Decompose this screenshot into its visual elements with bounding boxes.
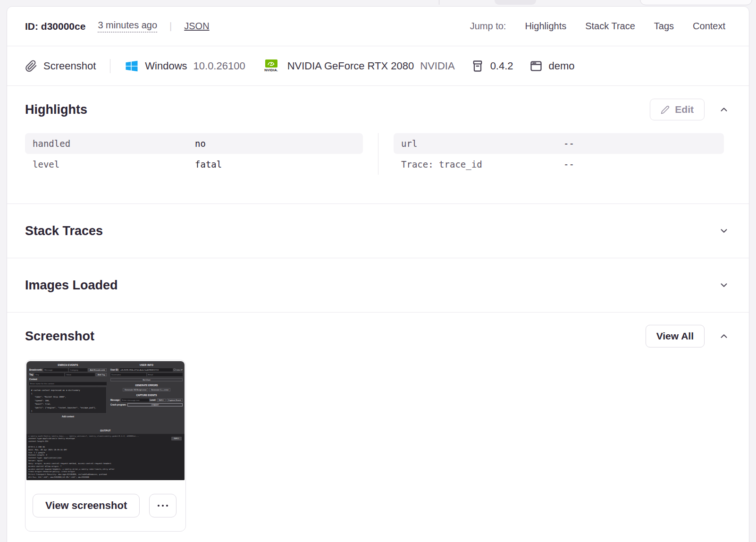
context-separator xyxy=(110,59,110,73)
archive-box-icon xyxy=(471,59,484,73)
jump-to-label: Jump to: xyxy=(470,21,506,32)
release-version: 0.4.2 xyxy=(490,60,513,72)
highlights-title: Highlights xyxy=(25,102,87,117)
screenshot-title: Screenshot xyxy=(25,329,94,344)
highlight-row-url: url -- xyxy=(394,133,724,154)
event-detail-card: ID: d30000ce 3 minutes ago | JSON Jump t… xyxy=(7,6,749,542)
jump-to-nav: Jump to: Highlights Stack Trace Tags Con… xyxy=(470,21,725,32)
chevron-down-icon xyxy=(719,280,729,290)
json-link[interactable]: JSON xyxy=(184,21,209,32)
images-loaded-title: Images Loaded xyxy=(25,278,118,293)
highlight-row-handled: handled no xyxy=(25,133,363,154)
expand-stack-traces-button[interactable] xyxy=(717,224,731,238)
view-screenshot-button[interactable]: View screenshot xyxy=(33,494,140,517)
highlight-row-trace-id: Trace: trace_id -- xyxy=(394,154,724,175)
gpu-name: NVIDIA GeForce RTX 2080 xyxy=(287,60,414,72)
browser-window-icon xyxy=(529,59,543,73)
highlights-section: Highlights Edit handled xyxy=(7,86,749,204)
gpu-tag[interactable]: NVIDIA. NVIDIA GeForce RTX 2080 NVIDIA xyxy=(261,59,455,72)
expand-images-loaded-button[interactable] xyxy=(717,278,731,292)
ellipsis-icon xyxy=(158,505,168,507)
mini-user-info-panel: USER INFO User ID: a9c35f9f-290b-471d-db… xyxy=(110,364,183,406)
header-separator: | xyxy=(169,21,172,32)
top-edge-pill-artifact xyxy=(495,0,536,5)
paperclip-icon xyxy=(25,60,37,72)
collapse-highlights-button[interactable] xyxy=(717,102,731,117)
pencil-icon xyxy=(661,105,670,114)
highlight-row-level: level fatal xyxy=(25,154,363,175)
stack-traces-section: Stack Traces xyxy=(7,204,749,258)
chevron-up-icon xyxy=(719,331,729,341)
mini-infer-ip-checkbox xyxy=(174,369,176,371)
images-loaded-section: Images Loaded xyxy=(7,258,749,313)
windows-logo-icon xyxy=(125,59,139,73)
screenshot-card-wrap: ENRICH EVENTS Breadcrumb: Message Catego… xyxy=(7,360,749,532)
nvidia-wordmark: NVIDIA. xyxy=(264,68,278,72)
gpu-vendor: NVIDIA xyxy=(420,60,454,72)
os-version: 10.0.26100 xyxy=(193,60,245,72)
os-name: Windows xyxy=(145,60,187,72)
jump-link-context[interactable]: Context xyxy=(693,21,725,32)
screenshot-thumbnail-card: ENRICH EVENTS Breadcrumb: Message Catego… xyxy=(25,360,186,532)
release-tag[interactable]: 0.4.2 xyxy=(471,59,513,73)
mini-output-terminal: x-sentry-auth:Sentry sentry_key=..., sen… xyxy=(26,434,185,480)
jump-link-highlights[interactable]: Highlights xyxy=(525,21,566,32)
environment-name: demo xyxy=(549,60,575,72)
top-edge-button-artifact xyxy=(640,0,752,5)
screenshot-section-header: Screenshot View All xyxy=(7,313,749,360)
highlights-table: handled no level fatal url -- Trace: tra… xyxy=(25,133,731,203)
mini-context-code: # custom context expressed as a dictiona… xyxy=(29,387,107,414)
event-id: ID: d30000ce xyxy=(25,21,85,32)
highlights-column-divider xyxy=(378,133,378,175)
event-timestamp-link[interactable]: 3 minutes ago xyxy=(98,20,157,33)
view-all-button[interactable]: View All xyxy=(646,325,705,347)
jump-link-tags[interactable]: Tags xyxy=(654,21,674,32)
screenshot-more-options-button[interactable] xyxy=(149,494,176,517)
attachment-tag[interactable]: Screenshot xyxy=(25,60,96,72)
event-context-bar: Screenshot Windows 10.0.26100 NVIDIA. NV… xyxy=(7,46,749,86)
event-header: ID: d30000ce 3 minutes ago | JSON Jump t… xyxy=(7,7,749,46)
attachment-label: Screenshot xyxy=(43,60,96,72)
mini-output-title: OUTPUT xyxy=(26,429,185,432)
chevron-down-icon xyxy=(719,226,729,236)
screenshot-card-footer: View screenshot xyxy=(25,480,185,531)
collapse-screenshot-button[interactable] xyxy=(717,329,731,343)
chevron-up-icon xyxy=(719,104,729,115)
nvidia-logo-icon: NVIDIA. xyxy=(261,59,281,72)
mini-enrich-panel: ENRICH EVENTS Breadcrumb: Message Catego… xyxy=(29,364,107,418)
screenshot-thumbnail-image[interactable]: ENRICH EVENTS Breadcrumb: Message Catego… xyxy=(26,361,185,480)
mini-info-badge: INFO xyxy=(171,437,182,440)
stack-traces-title: Stack Traces xyxy=(25,224,103,238)
os-tag[interactable]: Windows 10.0.26100 xyxy=(125,59,245,73)
edit-highlights-button[interactable]: Edit xyxy=(650,99,705,120)
jump-link-stack-trace[interactable]: Stack Trace xyxy=(585,21,635,32)
top-edge-divider-artifact xyxy=(439,0,439,5)
environment-tag[interactable]: demo xyxy=(529,59,575,73)
